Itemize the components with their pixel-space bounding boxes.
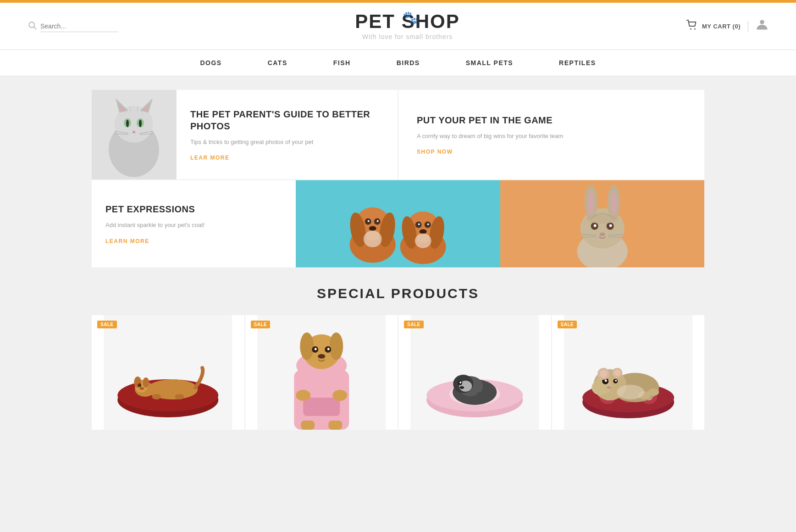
svg-point-32 [368, 220, 370, 222]
svg-point-128 [617, 385, 644, 399]
svg-point-34 [369, 226, 376, 231]
svg-point-100 [459, 382, 461, 383]
game-link[interactable]: SHOP NOW [417, 149, 686, 155]
svg-point-81 [329, 332, 343, 360]
svg-point-51 [587, 190, 594, 216]
svg-point-15 [139, 120, 142, 127]
svg-point-86 [318, 354, 325, 359]
svg-point-2 [690, 28, 691, 30]
special-products-title: SPECIAL PRODUCTS [92, 286, 704, 301]
svg-point-3 [694, 28, 696, 30]
cat-image [92, 90, 177, 179]
product-card-4[interactable]: SALE [552, 315, 705, 430]
photo-guide-text: THE PET PARENT'S GUIDE TO BETTER PHOTOS … [177, 90, 398, 179]
svg-point-42 [427, 223, 429, 225]
nav-item-small-pets[interactable]: SMALL PETS [466, 59, 513, 66]
nav-bar: DOGS CATS FISH BIRDS SMALL PETS REPTILES [0, 50, 796, 76]
logo-subtitle: With love for small brothers [355, 33, 459, 40]
svg-point-62 [586, 215, 618, 224]
rabbit-image-card [500, 180, 704, 267]
expressions-link[interactable]: LEARN MORE [105, 238, 282, 244]
search-area [28, 21, 128, 32]
svg-rect-78 [303, 398, 340, 416]
svg-point-57 [599, 233, 605, 236]
svg-point-70 [143, 377, 149, 388]
svg-point-87 [296, 390, 310, 401]
product-card-1[interactable]: SALE [92, 315, 244, 430]
cart-label: MY CART (0) [702, 23, 741, 30]
special-products-section: SPECIAL PRODUCTS SALE [92, 267, 704, 439]
banner-row-2: PET EXPRESSIONS Add instant sparkle to y… [92, 180, 704, 267]
svg-point-85 [327, 348, 329, 350]
svg-point-101 [459, 386, 464, 389]
cart-icon [686, 20, 698, 33]
svg-point-103 [484, 389, 493, 395]
header-right: MY CART (0) [686, 18, 768, 34]
cart-area[interactable]: MY CART (0) [686, 20, 741, 33]
svg-point-121 [607, 386, 611, 389]
product-card-2[interactable]: SALE [245, 315, 398, 430]
banner-row-1: THE PET PARENT'S GUIDE TO BETTER PHOTOS … [92, 90, 704, 179]
svg-point-124 [600, 370, 607, 377]
svg-rect-25 [322, 180, 474, 267]
svg-point-43 [420, 229, 427, 234]
svg-rect-89 [301, 421, 315, 430]
svg-point-72 [139, 387, 144, 390]
products-grid: SALE [92, 315, 704, 430]
sale-badge-3: SALE [404, 321, 424, 328]
svg-point-127 [648, 388, 659, 396]
header-divider [748, 21, 748, 32]
nav-item-fish[interactable]: FISH [333, 59, 351, 66]
search-input[interactable] [40, 21, 118, 32]
svg-rect-90 [328, 421, 342, 430]
nav-item-reptiles[interactable]: REPTILES [559, 59, 596, 66]
expressions-card: PET EXPRESSIONS Add instant sparkle to y… [92, 180, 296, 267]
nav-item-birds[interactable]: BIRDS [397, 59, 420, 66]
svg-point-41 [418, 223, 420, 225]
game-card: PUT YOUR PET IN THE GAME A comfy way to … [398, 90, 704, 179]
svg-line-1 [34, 27, 36, 29]
svg-point-119 [604, 380, 607, 382]
svg-point-33 [377, 220, 379, 222]
svg-point-125 [614, 370, 620, 376]
svg-point-74 [175, 394, 184, 399]
svg-point-52 [610, 190, 617, 216]
svg-point-88 [332, 390, 347, 401]
nav-item-dogs[interactable]: DOGS [200, 59, 221, 66]
svg-point-55 [593, 224, 596, 227]
svg-point-14 [126, 120, 129, 127]
product-card-3[interactable]: SALE [398, 315, 551, 430]
photo-guide-link[interactable]: LEAR MORE [190, 155, 384, 161]
svg-point-4 [760, 20, 764, 24]
sale-badge-1: SALE [97, 321, 117, 328]
search-icon [28, 21, 37, 32]
svg-point-45 [415, 233, 431, 248]
main-content: THE PET PARENT'S GUIDE TO BETTER PHOTOS … [0, 76, 796, 453]
svg-point-120 [615, 380, 617, 382]
expressions-title: PET EXPRESSIONS [105, 203, 282, 215]
svg-point-73 [152, 394, 161, 399]
svg-point-71 [138, 383, 141, 387]
photo-guide-desc: Tips & tricks to getting great photos of… [190, 138, 384, 147]
sale-badge-4: SALE [558, 321, 577, 328]
sale-badge-2: SALE [251, 321, 271, 328]
svg-point-80 [300, 332, 314, 360]
user-icon[interactable] [756, 18, 768, 34]
expressions-desc: Add instant sparkle to your pet's coat! [105, 221, 282, 230]
nav-item-cats[interactable]: CATS [268, 59, 287, 66]
svg-point-84 [314, 348, 316, 350]
dogs-image-card [296, 180, 500, 267]
photo-guide-title: THE PET PARENT'S GUIDE TO BETTER PHOTOS [190, 108, 384, 132]
logo-area: PET SHOP 🐾 With love for small brothers [355, 12, 459, 40]
svg-point-44 [364, 231, 382, 247]
game-title: PUT YOUR PET IN THE GAME [417, 114, 686, 126]
game-desc: A comfy way to dream of big wins for you… [417, 132, 686, 141]
svg-point-56 [609, 224, 612, 227]
header: PET SHOP 🐾 With love for small brothers … [0, 3, 796, 50]
paw-icon: 🐾 [403, 10, 419, 25]
photo-guide-card: THE PET PARENT'S GUIDE TO BETTER PHOTOS … [92, 90, 398, 179]
